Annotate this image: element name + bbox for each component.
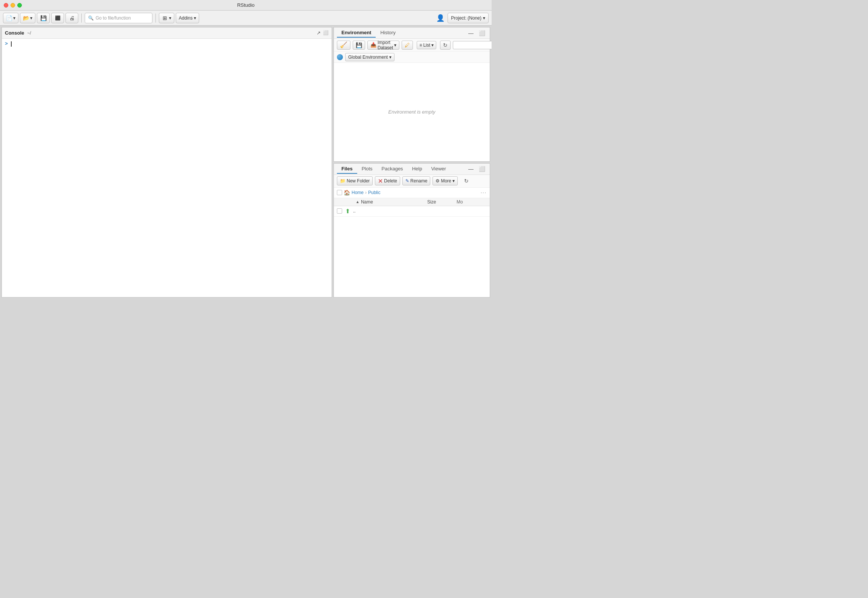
traffic-lights — [4, 3, 22, 8]
save-icon: 💾 — [40, 15, 46, 21]
environment-toolbar: 🧹 💾 📥 Import Dataset ▾ 🖊 ≡ — [334, 39, 490, 52]
close-button[interactable] — [4, 3, 8, 8]
tab-environment[interactable]: Environment — [337, 28, 376, 38]
project-label: Project: (None) — [451, 15, 481, 21]
more-dropdown-arrow[interactable]: ▾ — [452, 178, 455, 184]
list-dropdown-button[interactable]: ≡ List ▾ — [417, 41, 436, 49]
global-env-arrow: ▾ — [389, 55, 391, 60]
more-label: More — [441, 178, 451, 184]
main-layout: Console ~/ ↗ ⬜ > Environment History — ⬜ — [0, 26, 492, 299]
new-dropdown-arrow[interactable]: ▾ — [13, 15, 15, 21]
goto-file-button[interactable]: 🔍 Go to file/function — [85, 13, 152, 23]
global-env-bar: Global Environment ▾ — [334, 52, 490, 63]
files-refresh-icon: ↻ — [464, 178, 469, 184]
files-maximize-icon[interactable]: ⬜ — [477, 165, 487, 173]
right-panel: Environment History — ⬜ 🧹 💾 — [333, 26, 492, 299]
refresh-icon: ↻ — [443, 42, 448, 48]
environment-search-input[interactable] — [453, 41, 492, 49]
file-row-parent: ⬆ .. — [334, 206, 490, 217]
console-prompt: > — [5, 41, 8, 47]
tab-history[interactable]: History — [376, 28, 400, 38]
breadcrumb-public[interactable]: Public — [368, 190, 381, 195]
tab-viewer[interactable]: Viewer — [426, 164, 451, 174]
console-maximize-icon[interactable]: ⬜ — [323, 30, 329, 36]
new-icon: 📄 — [6, 15, 12, 21]
rename-icon: ✎ — [405, 178, 409, 184]
new-folder-button[interactable]: 📁 New Folder — [337, 176, 373, 185]
breadcrumb-more-button[interactable]: ··· — [481, 190, 487, 195]
workspace-icon: ⊞ — [162, 15, 168, 21]
breadcrumb-checkbox[interactable] — [337, 190, 342, 195]
global-environment-dropdown[interactable]: Global Environment ▾ — [345, 53, 394, 61]
console-panel-icons: ↗ ⬜ — [317, 30, 329, 36]
home-icon: 🏠 — [344, 190, 350, 196]
open-icon: 📂 — [23, 15, 29, 21]
save-all-button[interactable]: ⬛ — [51, 13, 64, 23]
console-tab[interactable]: Console — [5, 30, 24, 36]
file-checkbox-parent[interactable] — [337, 208, 342, 214]
console-navigate-icon[interactable]: ↗ — [317, 30, 321, 36]
addins-label: Addins — [179, 15, 193, 21]
files-col-name-label: Name — [361, 199, 373, 205]
refresh-environment-button[interactable]: ↻ — [440, 41, 451, 50]
rename-button[interactable]: ✎ Rename — [402, 176, 430, 185]
tab-files[interactable]: Files — [337, 164, 357, 174]
goto-file-icon: 🔍 — [88, 15, 94, 21]
more-button[interactable]: ⚙ More ▾ — [432, 176, 457, 185]
files-col-name[interactable]: ▲ Name — [356, 199, 424, 205]
project-button[interactable]: Project: (None) ▾ — [448, 13, 489, 23]
tab-help[interactable]: Help — [408, 164, 427, 174]
new-button[interactable]: 📄 ▾ — [3, 13, 18, 23]
tab-plots[interactable]: Plots — [357, 164, 377, 174]
clear-environment-button[interactable]: 🧹 — [337, 41, 350, 50]
globe-icon — [337, 54, 343, 60]
console-cursor — [11, 41, 12, 47]
environment-empty: Environment is empty — [334, 63, 490, 161]
import-label: Import Dataset — [378, 40, 393, 50]
save-button[interactable]: 💾 — [37, 13, 50, 23]
environment-maximize-icon[interactable]: ⬜ — [477, 29, 487, 37]
environment-tabs-right: — ⬜ — [467, 29, 487, 37]
user-icon: 👤 — [436, 14, 445, 22]
console-header: Console ~/ ↗ ⬜ — [2, 27, 332, 39]
console-content[interactable]: > — [2, 39, 332, 297]
workspace-button[interactable]: ⊞ ▾ — [159, 13, 174, 23]
delete-button[interactable]: ✕ Delete — [375, 176, 400, 185]
save-environment-button[interactable]: 💾 — [353, 41, 365, 50]
import-dataset-button[interactable]: 📥 Import Dataset ▾ — [367, 41, 399, 50]
parent-dir-icon: ⬆ — [345, 208, 350, 215]
import-dropdown-arrow[interactable]: ▾ — [394, 42, 396, 48]
console-path: ~/ — [27, 30, 31, 36]
minimize-button[interactable] — [11, 3, 15, 8]
delete-icon: ✕ — [378, 178, 383, 185]
list-label: List — [423, 42, 430, 48]
addins-dropdown-arrow[interactable]: ▾ — [194, 15, 196, 21]
open-dropdown-arrow[interactable]: ▾ — [30, 15, 32, 21]
files-minimize-icon[interactable]: — — [467, 165, 475, 173]
title-bar: RStudio — [0, 0, 492, 11]
files-panel: Files Plots Packages Help Viewer — ⬜ 📁 N… — [333, 163, 490, 298]
refresh-files-button[interactable]: ↻ — [461, 176, 471, 185]
list-dropdown-arrow[interactable]: ▾ — [431, 42, 434, 48]
goto-file-placeholder: Go to file/function — [96, 15, 131, 21]
environment-empty-message: Environment is empty — [388, 109, 436, 115]
workspace-dropdown-arrow[interactable]: ▾ — [169, 15, 171, 21]
broom-right-button[interactable]: 🖊 — [402, 41, 413, 50]
parent-dir-name[interactable]: .. — [353, 208, 424, 214]
print-button[interactable]: 🖨 — [65, 13, 78, 23]
tab-packages[interactable]: Packages — [377, 164, 408, 174]
files-col-size: Size — [427, 199, 454, 205]
addins-button[interactable]: Addins ▾ — [176, 13, 199, 23]
breadcrumb-home[interactable]: Home — [352, 190, 364, 195]
open-button[interactable]: 📂 ▾ — [20, 13, 35, 23]
project-dropdown-arrow[interactable]: ▾ — [483, 15, 485, 21]
more-icon: ⚙ — [436, 178, 440, 184]
environment-minimize-icon[interactable]: — — [467, 29, 475, 37]
broom-icon: 🧹 — [340, 41, 347, 49]
files-tabs-right: — ⬜ — [467, 165, 487, 173]
environment-panel: Environment History — ⬜ 🧹 💾 — [333, 27, 490, 162]
main-toolbar: 📄 ▾ 📂 ▾ 💾 ⬛ 🖨 🔍 Go to file/function ⊞ ▾ … — [0, 11, 492, 26]
files-toolbar: 📁 New Folder ✕ Delete ✎ Rename ⚙ More ▾ — [334, 175, 490, 188]
print-icon: 🖨 — [69, 15, 75, 21]
maximize-button[interactable] — [17, 3, 22, 8]
